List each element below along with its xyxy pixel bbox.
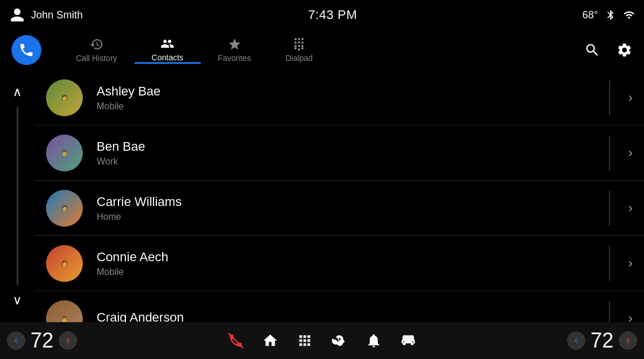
temp-decrease-right[interactable] <box>567 331 585 350</box>
temp-increase-right[interactable] <box>619 331 637 350</box>
dialpad-icon <box>292 37 306 51</box>
settings-icon <box>616 42 632 58</box>
scroll-controls: ∧ ∨ <box>0 70 34 322</box>
contact-type-ashley-bae: Mobile <box>97 101 600 112</box>
contact-item-carrie-williams[interactable]: 👩 Carrie Williams Home › <box>34 181 644 236</box>
temp-control-right: 72 <box>567 329 637 353</box>
user-icon <box>9 7 25 23</box>
contact-info-ashley-bae: Ashley Bae Mobile <box>97 84 600 112</box>
divider-craig-anderson <box>609 301 610 322</box>
contacts-icon <box>160 37 174 51</box>
time-display: 7:43 PM <box>308 7 357 22</box>
search-button[interactable] <box>584 42 600 58</box>
contact-type-connie-aech: Mobile <box>97 267 600 277</box>
temperature-display: 68° <box>582 9 598 21</box>
status-right: 68° <box>582 9 635 21</box>
contact-name-craig-anderson: Craig Anderson <box>97 310 600 322</box>
divider-ashley-bae <box>609 81 610 115</box>
user-name: John Smith <box>31 9 83 21</box>
phone-fab[interactable] <box>12 35 41 65</box>
temp-decrease-left[interactable] <box>7 331 25 350</box>
arrow-craig-anderson[interactable]: › <box>628 311 632 322</box>
divider-carrie-williams <box>609 191 610 226</box>
fan-icon <box>331 333 347 349</box>
tab-favorites-label: Favorites <box>218 54 251 63</box>
tab-contacts-label: Contacts <box>152 53 183 62</box>
arrow-ben-bae[interactable]: › <box>628 146 632 161</box>
temp-control-left: 72 <box>7 329 77 353</box>
home-button[interactable] <box>262 333 278 349</box>
status-left: John Smith <box>9 7 83 23</box>
tab-dialpad-label: Dialpad <box>285 54 312 63</box>
settings-button[interactable] <box>616 42 632 58</box>
arrow-ashley-bae[interactable]: › <box>628 90 632 105</box>
contact-list: 👩 Ashley Bae Mobile › 👨 Ben Bae Work › <box>34 70 644 322</box>
divider-ben-bae <box>609 136 610 170</box>
search-icon <box>584 42 600 58</box>
call-history-icon <box>90 37 103 51</box>
defroster-icon <box>400 333 416 349</box>
contact-type-carrie-williams: Home <box>97 212 600 222</box>
bluetooth-icon <box>605 9 616 21</box>
apps-icon <box>297 333 313 349</box>
contact-info-connie-aech: Connie Aech Mobile <box>97 250 600 277</box>
scroll-up-button[interactable]: ∧ <box>7 82 28 102</box>
svg-line-0 <box>228 333 243 348</box>
avatar-craig-anderson: 👨 <box>46 300 83 322</box>
contact-name-ben-bae: Ben Bae <box>97 139 600 154</box>
fan-button[interactable] <box>331 333 347 349</box>
signal-icon <box>623 9 635 21</box>
contacts-area: ∧ ∨ 👩 Ashley Bae Mobile › 👨 Ben Bae Work <box>0 70 644 322</box>
rear-defroster-button[interactable] <box>400 333 416 349</box>
temp-value-left: 72 <box>28 329 56 353</box>
mute-call-button[interactable] <box>228 333 244 349</box>
tab-dialpad[interactable]: Dialpad <box>268 37 329 63</box>
contact-info-carrie-williams: Carrie Williams Home <box>97 194 600 222</box>
divider-connie-aech <box>609 246 610 281</box>
avatar-ben-bae: 👨 <box>46 135 83 171</box>
avatar-ashley-bae: 👩 <box>46 79 83 116</box>
contact-name-carrie-williams: Carrie Williams <box>97 194 600 209</box>
chevron-left-right-icon <box>571 335 581 346</box>
tab-contacts[interactable]: Contacts <box>135 37 201 64</box>
avatar-carrie-williams: 👩 <box>46 190 83 227</box>
contact-item-ashley-bae[interactable]: 👩 Ashley Bae Mobile › <box>34 70 644 125</box>
scroll-track <box>17 107 18 285</box>
bottom-nav: 72 <box>0 322 644 359</box>
contact-name-ashley-bae: Ashley Bae <box>97 84 600 99</box>
favorites-icon <box>228 37 241 51</box>
contact-item-connie-aech[interactable]: 👩 Connie Aech Mobile › <box>34 236 644 291</box>
chevron-right-right-icon <box>623 335 633 346</box>
temp-value-right: 72 <box>588 329 616 353</box>
chevron-right-icon <box>63 335 73 346</box>
avatar-connie-aech: 👩 <box>46 245 83 282</box>
chevron-left-icon <box>11 335 21 346</box>
phone-icon <box>18 42 34 58</box>
contact-item-craig-anderson[interactable]: 👨 Craig Anderson › <box>34 291 644 322</box>
mute-icon <box>228 333 244 349</box>
apps-button[interactable] <box>297 333 313 349</box>
nav-bar: Call History Contacts Favorites Dialpad <box>0 30 644 70</box>
scroll-down-button[interactable]: ∨ <box>7 290 28 311</box>
nav-actions <box>584 42 632 58</box>
tab-call-history[interactable]: Call History <box>59 37 135 63</box>
status-bar: John Smith 7:43 PM 68° <box>0 0 644 30</box>
arrow-carrie-williams[interactable]: › <box>628 201 632 216</box>
notification-button[interactable] <box>366 333 382 349</box>
tab-favorites[interactable]: Favorites <box>201 37 269 63</box>
bell-icon <box>366 333 382 349</box>
bottom-icons <box>228 333 416 349</box>
contact-info-craig-anderson: Craig Anderson <box>97 310 600 322</box>
contact-type-ben-bae: Work <box>97 156 600 167</box>
tab-call-history-label: Call History <box>76 54 117 63</box>
contact-name-connie-aech: Connie Aech <box>97 250 600 265</box>
arrow-connie-aech[interactable]: › <box>628 256 632 271</box>
home-icon <box>262 333 278 349</box>
contact-info-ben-bae: Ben Bae Work <box>97 139 600 167</box>
temp-increase-left[interactable] <box>59 331 77 350</box>
contact-item-ben-bae[interactable]: 👨 Ben Bae Work › <box>34 125 644 181</box>
